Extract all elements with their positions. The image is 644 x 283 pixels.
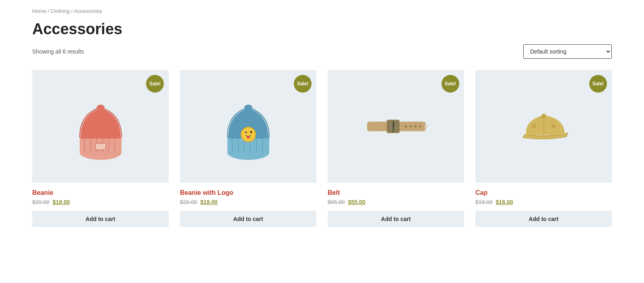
breadcrumb: Home / Clothing / Accessories: [32, 8, 612, 14]
sale-badge-cap: Sale!: [589, 75, 607, 93]
price-original-belt: $65.00: [328, 199, 345, 205]
svg-point-32: [414, 125, 416, 128]
svg-point-33: [419, 125, 421, 128]
svg-point-21: [244, 105, 252, 111]
sale-badge-belt: Sale!: [442, 75, 459, 93]
add-to-cart-cap[interactable]: Add to cart: [475, 211, 612, 227]
products-grid: Sale! Beanie: [32, 70, 612, 227]
product-name-cap[interactable]: Cap: [475, 189, 612, 196]
sort-select[interactable]: Default sorting Sort by popularity Sort …: [523, 44, 612, 59]
page-title: Accessories: [32, 21, 612, 38]
sale-badge-beanie-logo: Sale!: [294, 75, 312, 93]
price-original-beanie-logo: $20.00: [180, 199, 197, 205]
svg-rect-29: [393, 122, 394, 127]
breadcrumb-current: Accessories: [74, 8, 102, 14]
product-image-belt: [364, 90, 428, 163]
product-card-beanie-logo: Sale!: [180, 70, 316, 227]
price-original-beanie: $20.00: [32, 199, 50, 205]
product-price-beanie: $20.00 $18.00: [32, 199, 169, 205]
add-to-cart-belt[interactable]: Add to cart: [328, 211, 464, 227]
sale-badge-beanie: Sale!: [146, 75, 164, 93]
toolbar: Showing all 6 results Default sorting So…: [32, 44, 612, 59]
add-to-cart-beanie[interactable]: Add to cart: [32, 211, 169, 227]
price-sale-beanie: $18.00: [53, 199, 70, 205]
breadcrumb-home[interactable]: Home: [32, 8, 46, 14]
product-price-cap: $18.00 $16.00: [475, 199, 612, 205]
results-count: Showing all 6 results: [32, 48, 84, 55]
product-card-beanie: Sale! Beanie: [32, 70, 169, 227]
product-name-beanie[interactable]: Beanie: [32, 189, 169, 196]
svg-point-34: [542, 114, 546, 118]
product-card-cap: Sale! Cap $18.00: [475, 70, 612, 227]
product-price-beanie-logo: $20.00 $18.00: [180, 199, 316, 205]
product-name-belt[interactable]: Belt: [328, 189, 464, 196]
product-image-wrap-beanie-logo: Sale!: [180, 70, 316, 183]
product-image-beanie-logo: [216, 90, 281, 163]
svg-point-18: [241, 127, 256, 142]
product-image-wrap-beanie: Sale!: [32, 70, 169, 183]
svg-point-19: [250, 131, 252, 133]
svg-point-30: [404, 125, 407, 128]
product-image-wrap-cap: Sale!: [475, 70, 612, 183]
svg-rect-8: [95, 143, 106, 150]
price-sale-cap: $16.00: [496, 199, 513, 205]
svg-point-9: [97, 105, 105, 111]
svg-point-20: [247, 136, 250, 138]
product-name-beanie-logo[interactable]: Beanie with Logo: [180, 189, 316, 196]
product-image-cap: [512, 90, 576, 163]
product-price-belt: $65.00 $55.00: [328, 199, 464, 205]
price-original-cap: $18.00: [475, 199, 493, 205]
product-image-beanie: [68, 90, 133, 163]
price-sale-beanie-logo: $18.00: [200, 199, 218, 205]
product-image-wrap-belt: Sale!: [328, 70, 464, 183]
add-to-cart-beanie-logo[interactable]: Add to cart: [180, 211, 316, 227]
product-card-belt: Sale!: [328, 70, 464, 227]
svg-point-31: [409, 125, 411, 128]
breadcrumb-clothing[interactable]: Clothing: [51, 8, 70, 14]
price-sale-belt: $55.00: [348, 199, 365, 205]
